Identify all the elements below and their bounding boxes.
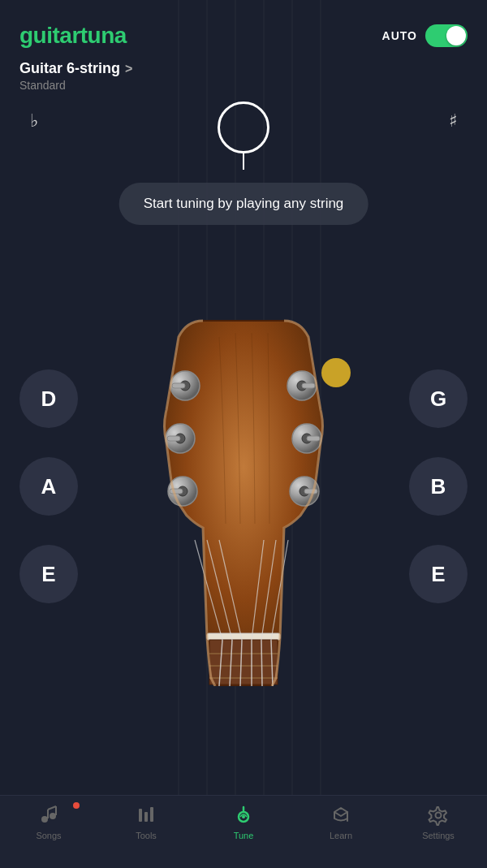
gauge-container xyxy=(218,101,269,153)
string-e-high-button[interactable]: E xyxy=(409,545,468,603)
instrument-name-text: Guitar 6-string xyxy=(19,60,120,77)
auto-label: AUTO xyxy=(382,29,417,42)
header: guitartuna AUTO xyxy=(0,0,487,57)
tune-icon xyxy=(232,804,255,827)
tuning-indicator-dot xyxy=(321,358,351,387)
svg-rect-48 xyxy=(150,807,153,822)
toggle-knob xyxy=(446,26,466,45)
string-g-button[interactable]: G xyxy=(409,369,468,428)
songs-notification-dot xyxy=(73,802,80,809)
svg-rect-47 xyxy=(144,812,148,822)
svg-point-54 xyxy=(436,813,442,818)
songs-label: Songs xyxy=(36,831,61,840)
app-logo: guitartuna xyxy=(19,23,127,49)
svg-rect-42 xyxy=(50,813,56,819)
string-b-button[interactable]: B xyxy=(409,457,468,516)
flat-button[interactable]: ♭ xyxy=(19,106,49,136)
nav-item-tune[interactable]: Tune xyxy=(195,804,292,840)
svg-point-50 xyxy=(242,815,245,818)
svg-rect-25 xyxy=(172,383,185,388)
tools-label: Tools xyxy=(136,831,157,840)
nav-item-songs[interactable]: Songs xyxy=(0,804,97,840)
string-d-button[interactable]: D xyxy=(19,369,78,428)
string-e-low-button[interactable]: E xyxy=(19,545,78,603)
svg-rect-41 xyxy=(41,816,48,823)
svg-rect-34 xyxy=(302,383,315,388)
sharp-button[interactable]: ♯ xyxy=(438,106,468,136)
svg-rect-40 xyxy=(304,489,317,494)
auto-toggle[interactable] xyxy=(425,24,468,47)
string-a-button[interactable]: A xyxy=(19,457,78,516)
svg-rect-6 xyxy=(207,633,280,640)
settings-icon xyxy=(427,804,450,827)
gauge-circle xyxy=(218,101,269,153)
auto-container: AUTO xyxy=(382,24,468,47)
svg-line-15 xyxy=(261,640,262,686)
nav-item-learn[interactable]: Learn xyxy=(292,804,390,840)
instrument-chevron: > xyxy=(125,62,132,76)
logo-part2: tuna xyxy=(80,23,127,48)
hint-tooltip: Start tuning by playing any string xyxy=(119,183,368,225)
svg-rect-46 xyxy=(139,809,142,822)
svg-line-45 xyxy=(48,806,56,810)
bottom-nav: Songs Tools Tune xyxy=(0,795,487,868)
tune-label: Tune xyxy=(234,831,254,840)
svg-rect-31 xyxy=(170,489,183,494)
songs-icon xyxy=(37,804,60,827)
learn-label: Learn xyxy=(330,831,352,840)
learn-icon xyxy=(330,804,352,827)
svg-rect-37 xyxy=(307,436,320,441)
settings-label: Settings xyxy=(422,831,455,840)
gauge-pointer xyxy=(243,153,244,170)
notes-left: D A E xyxy=(19,369,78,603)
hint-text: Start tuning by playing any string xyxy=(144,196,344,211)
tools-icon xyxy=(135,804,157,827)
notes-right: G B E xyxy=(409,369,468,603)
headstock xyxy=(138,313,349,686)
main-content: guitartuna AUTO Guitar 6-string > Standa… xyxy=(0,0,487,795)
tuner-area: ♭ ♯ Start tuning by playing any string xyxy=(0,93,487,321)
nav-item-tools[interactable]: Tools xyxy=(97,804,195,840)
nav-item-settings[interactable]: Settings xyxy=(390,804,487,840)
guitar-section: D A E G B E xyxy=(0,321,487,710)
instrument-selector[interactable]: Guitar 6-string > Standard xyxy=(0,57,487,93)
svg-rect-28 xyxy=(167,436,180,441)
instrument-name[interactable]: Guitar 6-string > xyxy=(19,60,468,77)
logo-part1: guitar xyxy=(19,23,80,48)
tuning-name: Standard xyxy=(19,79,468,92)
